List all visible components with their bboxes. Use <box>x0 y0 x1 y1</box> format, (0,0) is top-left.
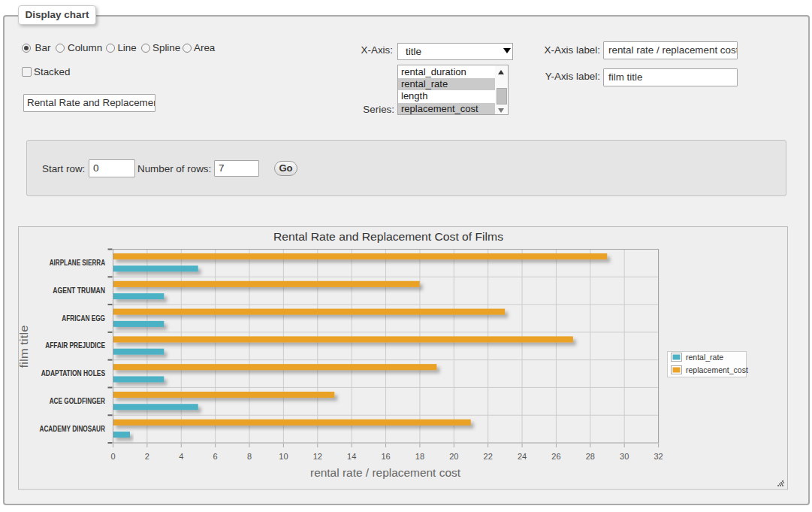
svg-text:AGENT TRUMAN: AGENT TRUMAN <box>53 286 105 295</box>
svg-text:30: 30 <box>620 452 629 461</box>
svg-text:replacement_cost: replacement_cost <box>686 365 748 374</box>
svg-text:8: 8 <box>247 452 252 461</box>
svg-text:14: 14 <box>347 452 356 461</box>
svg-text:rental rate / replacement cost: rental rate / replacement cost <box>310 466 461 479</box>
svg-text:ACE GOLDFINGER: ACE GOLDFINGER <box>50 397 106 405</box>
svg-text:film title: film title <box>17 326 30 368</box>
svg-text:10: 10 <box>279 452 288 461</box>
svg-text:26: 26 <box>551 452 560 461</box>
svg-text:AIRPLANE SIERRA: AIRPLANE SIERRA <box>50 259 105 267</box>
svg-text:ADAPTATION HOLES: ADAPTATION HOLES <box>41 369 105 377</box>
svg-text:AFFAIR PREJUDICE: AFFAIR PREJUDICE <box>45 341 105 350</box>
svg-text:20: 20 <box>449 452 458 461</box>
svg-text:32: 32 <box>654 452 663 461</box>
svg-text:Rental Rate and Replacement Co: Rental Rate and Replacement Cost of Film… <box>273 230 503 243</box>
svg-text:0: 0 <box>110 452 115 461</box>
svg-text:ACADEMY DINOSAUR: ACADEMY DINOSAUR <box>40 425 106 433</box>
svg-text:4: 4 <box>179 452 183 461</box>
svg-text:6: 6 <box>213 452 218 461</box>
svg-text:16: 16 <box>381 452 390 461</box>
svg-text:22: 22 <box>484 452 493 461</box>
svg-text:12: 12 <box>313 452 322 461</box>
svg-text:18: 18 <box>415 452 424 461</box>
svg-text:28: 28 <box>586 452 595 461</box>
svg-text:2: 2 <box>145 452 149 461</box>
svg-text:rental_rate: rental_rate <box>686 353 723 362</box>
svg-text:24: 24 <box>518 452 527 461</box>
svg-text:AFRICAN EGG: AFRICAN EGG <box>62 314 105 323</box>
